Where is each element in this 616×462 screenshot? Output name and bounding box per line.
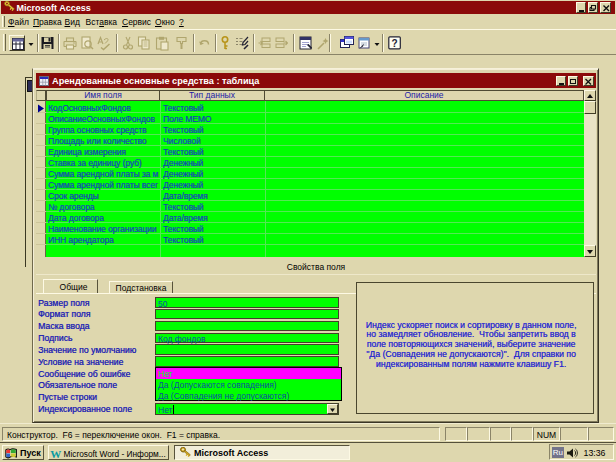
svg-text:W: W — [50, 448, 61, 460]
svg-text:?: ? — [392, 38, 398, 49]
